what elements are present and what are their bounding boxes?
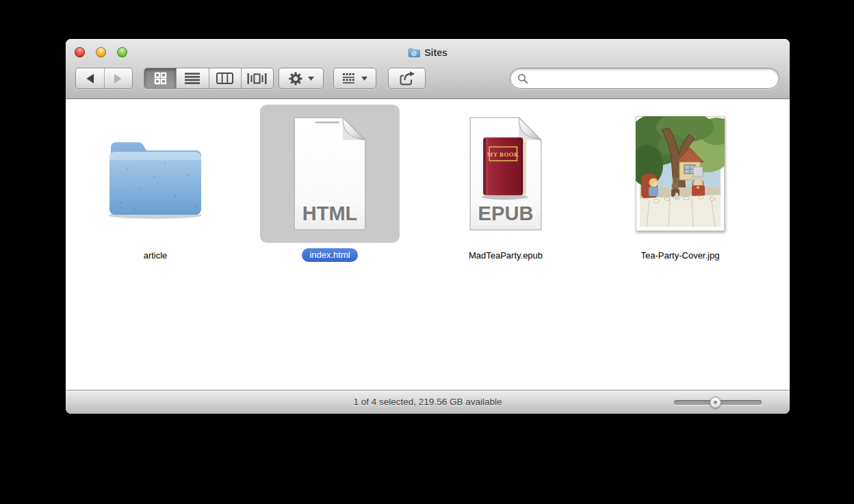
file-item-article: article bbox=[83, 105, 227, 263]
icon-size-slider[interactable] bbox=[674, 400, 762, 405]
chevron-down-icon bbox=[361, 77, 367, 81]
file-item-tea-party-cover-jpg: Tea-Party-Cover.jpg bbox=[608, 105, 752, 263]
folder-icon[interactable] bbox=[86, 105, 225, 243]
status-bar: 1 of 4 selected, 219.56 GB available bbox=[66, 390, 790, 414]
file-name-label[interactable]: article bbox=[144, 250, 168, 261]
title-group: Sites bbox=[66, 46, 790, 59]
slider-knob[interactable] bbox=[710, 397, 721, 408]
file-name-label-selected[interactable]: index.html bbox=[302, 248, 357, 262]
column-view-button[interactable] bbox=[209, 68, 242, 88]
arrange-grid-icon bbox=[343, 73, 357, 83]
share-icon bbox=[398, 70, 415, 86]
arrange-menu-button[interactable] bbox=[333, 68, 376, 89]
icon-view-grid-icon bbox=[154, 72, 167, 85]
window-titlebar[interactable]: Sites bbox=[66, 39, 790, 99]
column-view-icon bbox=[216, 72, 233, 84]
html-badge-text: HTML bbox=[302, 202, 357, 224]
file-item-madteaparty-epub: MY BOOK EPUB MadTeaParty.epub bbox=[434, 105, 578, 263]
epub-document-icon[interactable]: MY BOOK EPUB bbox=[436, 105, 575, 243]
chevron-down-icon bbox=[308, 77, 314, 81]
cover-flow-view-button[interactable] bbox=[242, 68, 273, 88]
file-name-label[interactable]: MadTeaParty.epub bbox=[469, 250, 543, 261]
back-button[interactable] bbox=[76, 68, 105, 88]
epub-badge-text: EPUB bbox=[478, 202, 534, 224]
icon-view-button[interactable] bbox=[144, 68, 177, 88]
share-button[interactable] bbox=[388, 68, 426, 89]
view-mode-switcher bbox=[144, 68, 274, 89]
window-title: Sites bbox=[424, 47, 447, 58]
tea-party-illustration bbox=[636, 116, 725, 231]
list-view-icon bbox=[185, 72, 200, 84]
book-cover-text: MY BOOK bbox=[487, 151, 519, 158]
list-view-button[interactable] bbox=[177, 68, 209, 88]
toolbar bbox=[66, 68, 790, 89]
jpeg-thumbnail-icon[interactable] bbox=[610, 105, 750, 243]
back-arrow-icon bbox=[86, 73, 94, 84]
sites-folder-icon bbox=[408, 48, 420, 57]
gear-icon bbox=[288, 71, 303, 86]
forward-button[interactable] bbox=[105, 68, 133, 88]
file-browser-content: article bbox=[66, 99, 790, 390]
action-menu-button[interactable] bbox=[279, 68, 324, 89]
finder-window: Sites bbox=[66, 39, 790, 414]
navigation-buttons bbox=[75, 68, 133, 89]
desktop-background: Sites bbox=[0, 0, 854, 504]
file-name-label[interactable]: Tea-Party-Cover.jpg bbox=[641, 250, 720, 261]
forward-arrow-icon bbox=[114, 73, 122, 84]
file-item-index-html: HTML index.html bbox=[258, 105, 402, 263]
magnifier-icon bbox=[517, 73, 528, 84]
search-field bbox=[510, 68, 779, 89]
search-input[interactable] bbox=[532, 73, 772, 84]
cover-flow-icon bbox=[247, 72, 267, 85]
html-document-icon[interactable]: HTML bbox=[260, 105, 400, 243]
